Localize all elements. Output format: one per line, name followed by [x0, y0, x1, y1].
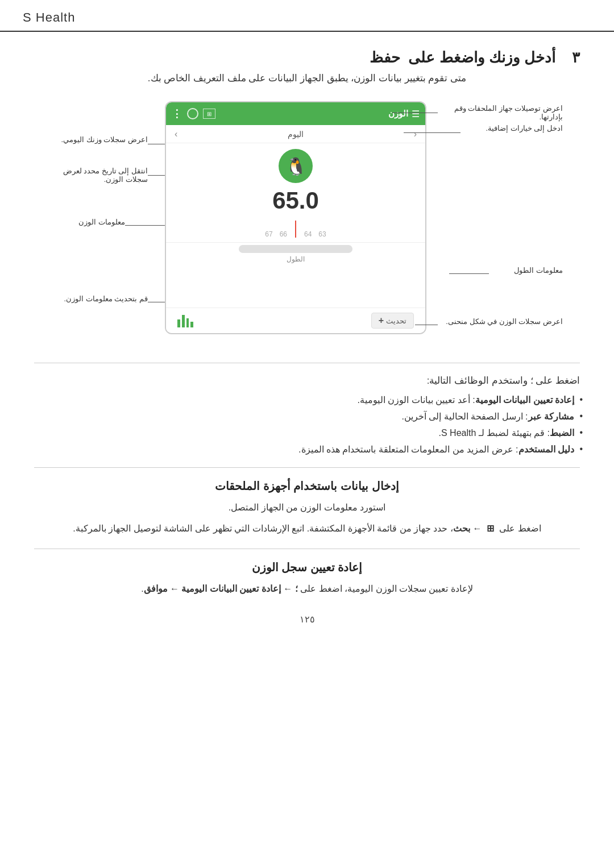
step-heading-bold: حفظ [370, 49, 400, 66]
annotation-weight-info: معلومات الوزن [51, 218, 125, 226]
page-content: ٣ أدخل وزنك واضغط على حفظ متى تقوم بتغيي… [0, 49, 614, 642]
more-options-icon: ⋮ [172, 107, 182, 120]
section-accessories-title: إدخال بيانات باستخدام أجهزة الملحقات [34, 479, 580, 493]
annotation-line-daily-log [148, 144, 165, 144]
chart-bar-4 [177, 319, 180, 327]
scale-indicator [295, 221, 296, 238]
page-number: ١٢٥ [34, 614, 580, 642]
bullet-bold-1: إعادة تعيين البيانات اليومية [475, 395, 574, 405]
chart-bar-1 [190, 322, 193, 327]
step-heading-prefix: أدخل وزنك واضغط على [408, 49, 555, 66]
list-item-guide: دليل المستخدم: عرض المزيد من المعلومات ا… [34, 444, 580, 455]
topbar-title: الوزن [388, 109, 408, 119]
scale-num-66: 66 [280, 231, 287, 238]
annotation-moreoptions: ادخل إلى خيارات إضافية. [460, 124, 563, 132]
phone-bottom: تحديث + [166, 308, 425, 333]
scale-num-67: 67 [265, 231, 272, 238]
scale-num-64: 64 [304, 231, 312, 238]
list-item-settings: الضبط: قم بتهيئة لضبط لـ S Health. [34, 427, 580, 438]
bullet-text-4: : عرض المزيد من المعلومات المتعلقة باستخ… [298, 445, 518, 454]
divider-1 [34, 363, 580, 363]
accessories-icon: ⊞ [203, 109, 215, 119]
annotation-line-update-weight [148, 302, 165, 302]
date-nav: ‹ اليوم › [166, 125, 425, 143]
annotation-nav-date: انتقل إلى تاريخ محدد لعرض سجلات الوزن. [51, 167, 148, 184]
annotation-chart: اعرض سجلات الوزن في شكل منحنى. [438, 317, 563, 326]
phone-screen: ☰ الوزن ⊞ ⋮ ‹ اليوم › [166, 102, 425, 333]
date-display: اليوم [288, 130, 304, 139]
section-reset-title: إعادة تعيين سجل الوزن [34, 560, 580, 574]
chart-icon [177, 314, 193, 327]
annotation-line-moreoptions [404, 132, 460, 133]
chart-bar-2 [186, 318, 189, 327]
press-heading: اضغط على ؛ واستخدم الوظائف التالية: [34, 375, 580, 387]
bullet-list: إعادة تعيين البيانات اليومية: أعد تعيين … [34, 394, 580, 455]
topbar-left: ☰ الوزن [388, 109, 420, 119]
annotation-height-info: معلومات الطول [489, 266, 563, 275]
share-icon [187, 108, 198, 119]
step-heading: ٣ أدخل وزنك واضغط على حفظ [34, 49, 580, 67]
divider-2 [34, 467, 580, 468]
page-header: S Health [0, 0, 614, 32]
annotation-update-weight: قم بتحديث معلومات الوزن. [51, 294, 148, 303]
step-subtitle: متى تقوم بتغيير بيانات الوزن، يطبق الجها… [34, 72, 580, 84]
update-label: تحديث [386, 317, 406, 325]
divider-3 [34, 549, 580, 549]
scale-num-63: 63 [318, 231, 326, 238]
annotation-line-height-info [449, 273, 489, 274]
annotation-line-nav-date [148, 175, 165, 176]
bullet-text-3: : قم بتهيئة لضبط لـ S Health. [439, 428, 550, 438]
annotation-daily-log: اعرض سجلات وزنك اليومي. [51, 135, 148, 144]
bullet-bold-3: الضبط [550, 428, 574, 438]
prev-arrow-icon: ‹ [414, 129, 417, 139]
topbar-icons: ⊞ ⋮ [172, 107, 215, 120]
annotation-line-chart [415, 325, 438, 325]
bullet-bold-4: دليل المستخدم [518, 445, 574, 454]
weight-display: 65.0 63 64 66 67 [166, 186, 425, 242]
reset-para: لإعادة تعيين سجلات الوزن اليومية، اضغط ع… [34, 581, 580, 596]
accessories-para2: اضغط على ⊞ ← بحث، حدد جهاز من قائمة الأج… [34, 521, 580, 536]
section-reset: إعادة تعيين سجل الوزن لإعادة تعيين سجلات… [34, 560, 580, 596]
annotation-accessories: اعرض توصيلات جهاز الملحقات وقم بإدارتها. [438, 104, 563, 121]
header-title: S Health [23, 10, 75, 25]
list-item-share: مشاركة عبر: ارسل الصفحة الحالية إلى آخري… [34, 411, 580, 422]
hamburger-icon: ☰ [412, 109, 420, 119]
height-label: الطول [287, 255, 305, 263]
next-arrow-icon: › [175, 129, 177, 139]
weight-value: 65.0 [272, 189, 319, 213]
phone-mockup: ☰ الوزن ⊞ ⋮ ‹ اليوم › [165, 101, 426, 334]
avatar: 🐧 [279, 149, 313, 183]
height-bar [239, 245, 352, 253]
bullet-text-1: : أعد تعيين بيانات الوزن اليومية. [358, 395, 475, 405]
update-button[interactable]: تحديث + [371, 313, 414, 329]
phone-topbar: ☰ الوزن ⊞ ⋮ [166, 102, 425, 125]
bullet-bold-2: مشاركة عبر [528, 412, 574, 421]
press-section: اضغط على ؛ واستخدم الوظائف التالية: إعاد… [34, 375, 580, 455]
chart-bar-3 [182, 315, 185, 327]
step-number: ٣ [572, 49, 580, 66]
bullet-text-2: : ارسل الصفحة الحالية إلى آخرين. [401, 412, 528, 421]
diagram-area: ☰ الوزن ⊞ ⋮ ‹ اليوم › [51, 101, 563, 346]
section-accessories: إدخال بيانات باستخدام أجهزة الملحقات است… [34, 479, 580, 536]
avatar-area: 🐧 [166, 143, 425, 186]
height-section: الطول [166, 242, 425, 265]
annotation-line-accessories [392, 113, 438, 113]
list-item-reset-daily: إعادة تعيين البيانات اليومية: أعد تعيين … [34, 394, 580, 405]
accessories-para1: استورد معلومات الوزن من الجهاز المتصل. [34, 500, 580, 515]
weight-scale: 63 64 66 67 [265, 215, 326, 238]
plus-icon: + [379, 315, 384, 326]
scale-bar-container: 63 64 66 67 [265, 221, 326, 238]
annotation-line-weight-info [125, 225, 165, 226]
